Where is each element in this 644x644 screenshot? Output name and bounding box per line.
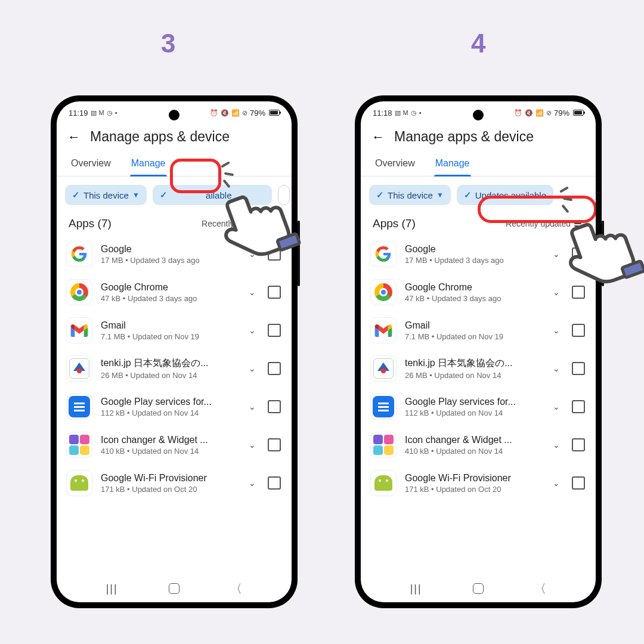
app-row[interactable]: Gmail7.1 MB • Updated on Nov 19⌄ xyxy=(57,311,292,349)
select-checkbox[interactable] xyxy=(268,438,281,451)
app-row[interactable]: Google Wi-Fi Provisioner171 kB • Updated… xyxy=(57,464,292,502)
chip-more[interactable] xyxy=(278,185,290,205)
svg-rect-1 xyxy=(622,261,644,278)
select-checkbox[interactable] xyxy=(268,247,281,261)
nav-recent-icon[interactable]: ||| xyxy=(410,583,422,595)
app-row[interactable]: Google17 MB • Updated 3 days ago⌄ xyxy=(57,235,292,273)
filter-chips: ✓ This device ▼ ✓ ailable xyxy=(57,177,292,210)
select-checkbox[interactable] xyxy=(572,247,585,261)
select-checkbox[interactable] xyxy=(268,400,281,413)
gmail-icon: M xyxy=(99,109,104,116)
chevron-down-icon[interactable]: ⌄ xyxy=(245,440,259,450)
chip-label: Updates available xyxy=(475,190,546,200)
mute-icon: 🔇 xyxy=(525,109,533,117)
battery-pct: 79% xyxy=(250,109,265,117)
check-icon: ✓ xyxy=(72,190,80,200)
tab-bar: Overview Manage xyxy=(57,152,292,177)
page-title: Manage apps & device xyxy=(90,129,230,145)
app-row[interactable]: tenki.jp 日本気象協会の...26 MB • Updated on No… xyxy=(57,349,292,388)
chevron-down-icon[interactable]: ⌄ xyxy=(245,364,259,373)
tab-manage[interactable]: Manage xyxy=(434,152,471,176)
select-checkbox[interactable] xyxy=(268,286,281,299)
app-row[interactable]: Icon changer & Widget ...410 kB • Update… xyxy=(57,426,292,464)
app-info: Google Wi-Fi Provisioner171 kB • Updated… xyxy=(101,473,237,494)
app-info: Google Wi-Fi Provisioner171 kB • Updated… xyxy=(405,473,541,494)
select-checkbox[interactable] xyxy=(572,476,585,490)
app-row[interactable]: Google17 MB • Updated 3 days ago⌄ xyxy=(361,235,596,273)
nav-back-icon[interactable]: 〈 xyxy=(230,581,242,597)
select-checkbox[interactable] xyxy=(268,476,281,490)
chevron-down-icon[interactable]: ⌄ xyxy=(549,478,564,488)
back-arrow-icon[interactable]: ← xyxy=(67,131,80,144)
battery-pct: 79% xyxy=(554,109,569,117)
chevron-down-icon[interactable]: ⌄ xyxy=(549,326,564,335)
no-sim-icon: ⊘ xyxy=(242,109,247,117)
chevron-down-icon[interactable]: ⌄ xyxy=(245,326,259,335)
sort-icon xyxy=(574,221,584,227)
tab-overview[interactable]: Overview xyxy=(70,152,112,176)
sort-button[interactable]: Recently updated xyxy=(506,219,584,228)
nav-home-icon[interactable] xyxy=(169,583,179,594)
app-row[interactable]: Google Play services for...112 kB • Upda… xyxy=(57,388,292,426)
sort-icon xyxy=(270,221,280,227)
app-meta: 112 kB • Updated on Nov 14 xyxy=(405,408,541,417)
select-checkbox[interactable] xyxy=(572,400,585,413)
apps-list: Google17 MB • Updated 3 days ago⌄Google … xyxy=(361,235,596,575)
chevron-down-icon[interactable]: ⌄ xyxy=(245,478,259,488)
chip-updates-available[interactable]: ✓ Updates available xyxy=(457,185,553,205)
camera-punch-hole xyxy=(169,110,179,120)
select-checkbox[interactable] xyxy=(268,362,281,375)
chip-this-device[interactable]: ✓ This device ▼ xyxy=(369,185,451,205)
chevron-down-icon[interactable]: ⌄ xyxy=(245,249,259,259)
app-meta: 171 kB • Updated on Oct 20 xyxy=(405,485,541,494)
chevron-down-icon: ▼ xyxy=(132,191,140,199)
app-row[interactable]: Google Chrome47 kB • Updated 3 days ago⌄ xyxy=(361,273,596,311)
nav-back-icon[interactable]: 〈 xyxy=(534,581,546,597)
app-icon xyxy=(370,432,397,458)
app-info: Google Chrome47 kB • Updated 3 days ago xyxy=(405,282,541,303)
apps-count: Apps (7) xyxy=(69,217,112,230)
chip-label: This device xyxy=(83,190,129,200)
select-checkbox[interactable] xyxy=(572,324,585,337)
app-row[interactable]: tenki.jp 日本気象協会の...26 MB • Updated on No… xyxy=(361,349,596,388)
app-meta: 171 kB • Updated on Oct 20 xyxy=(101,485,237,494)
sort-button[interactable]: Recently updated xyxy=(202,219,280,228)
chip-label: This device xyxy=(388,190,433,200)
app-row[interactable]: Gmail7.1 MB • Updated on Nov 19⌄ xyxy=(361,311,596,349)
phone-frame: 11:18 ▧ M ◷ • ⏰ 🔇 📶 ⊘ 79% ← Manage apps … xyxy=(355,95,602,608)
chevron-down-icon[interactable]: ⌄ xyxy=(549,287,564,297)
chevron-down-icon[interactable]: ⌄ xyxy=(245,402,259,411)
back-arrow-icon[interactable]: ← xyxy=(371,131,385,144)
select-checkbox[interactable] xyxy=(572,286,585,299)
app-name: Google Chrome xyxy=(405,282,541,293)
clock-icon: ◷ xyxy=(107,109,113,117)
chevron-down-icon[interactable]: ⌄ xyxy=(549,249,564,259)
select-checkbox[interactable] xyxy=(572,362,585,375)
chevron-down-icon[interactable]: ⌄ xyxy=(245,287,259,297)
nav-recent-icon[interactable]: ||| xyxy=(106,583,118,595)
select-checkbox[interactable] xyxy=(268,324,281,337)
chip-updates-available[interactable]: ✓ ailable xyxy=(153,185,272,205)
nav-home-icon[interactable] xyxy=(473,583,484,594)
tab-overview[interactable]: Overview xyxy=(374,152,416,176)
app-icon xyxy=(370,279,397,305)
more-icon: • xyxy=(419,109,422,116)
select-checkbox[interactable] xyxy=(572,438,585,451)
app-name: Icon changer & Widget ... xyxy=(101,435,237,445)
app-info: Google17 MB • Updated 3 days ago xyxy=(101,244,237,265)
app-name: Google xyxy=(101,244,237,255)
app-row[interactable]: Icon changer & Widget ...410 kB • Update… xyxy=(361,426,596,464)
app-meta: 7.1 MB • Updated on Nov 19 xyxy=(405,332,541,341)
tab-bar: Overview Manage xyxy=(361,152,596,177)
image-icon: ▧ xyxy=(395,109,401,117)
section-header: Apps (7) Recently updated xyxy=(361,210,596,235)
chevron-down-icon[interactable]: ⌄ xyxy=(549,440,564,450)
clock-icon: ◷ xyxy=(411,109,417,117)
app-row[interactable]: Google Chrome47 kB • Updated 3 days ago⌄ xyxy=(57,273,292,311)
app-row[interactable]: Google Play services for...112 kB • Upda… xyxy=(361,388,596,426)
chip-this-device[interactable]: ✓ This device ▼ xyxy=(65,185,147,205)
chevron-down-icon[interactable]: ⌄ xyxy=(549,402,564,411)
app-row[interactable]: Google Wi-Fi Provisioner171 kB • Updated… xyxy=(361,464,596,502)
chevron-down-icon[interactable]: ⌄ xyxy=(549,364,564,373)
tab-manage[interactable]: Manage xyxy=(130,152,167,176)
